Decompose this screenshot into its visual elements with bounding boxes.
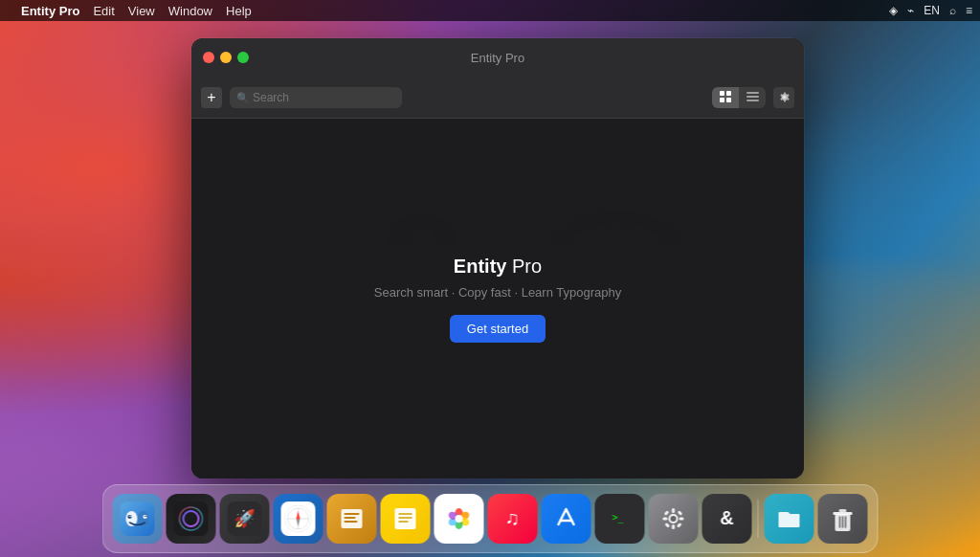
window-maximize-button[interactable] (237, 52, 249, 63)
menubar-icon-wifi[interactable]: ◈ (889, 4, 898, 17)
svg-rect-33 (345, 521, 358, 523)
dock-item-siri[interactable] (167, 494, 216, 544)
svg-rect-59 (679, 518, 684, 521)
menubar-view[interactable]: View (128, 4, 155, 18)
menubar-help[interactable]: Help (226, 4, 252, 18)
window-title: Entity Pro (471, 51, 524, 65)
welcome-title-rest: Pro (506, 256, 542, 277)
menubar-app-name[interactable]: Entity Pro (21, 4, 79, 18)
menubar-icon-controls[interactable]: ≡ (966, 4, 972, 17)
menubar-icon-language[interactable]: EN (924, 4, 940, 17)
dock-item-stamps[interactable] (327, 494, 377, 544)
menubar: Entity Pro Edit View Window Help ◈ ⌁ EN … (0, 0, 980, 21)
svg-rect-56 (672, 508, 675, 513)
svg-rect-35 (395, 508, 416, 529)
view-list-button[interactable] (739, 87, 766, 108)
svg-text:&: & (720, 507, 733, 528)
svg-rect-2 (720, 98, 724, 102)
svg-rect-5 (746, 96, 759, 98)
svg-rect-32 (345, 517, 356, 519)
dock-item-safari[interactable] (274, 494, 323, 544)
dock-item-finder[interactable] (113, 494, 163, 544)
svg-rect-58 (663, 518, 668, 521)
svg-text:>_: >_ (612, 512, 625, 524)
get-started-button[interactable]: Get started (450, 315, 546, 343)
dock-item-photos[interactable] (434, 494, 484, 544)
svg-rect-4 (746, 92, 759, 94)
menubar-window[interactable]: Window (168, 4, 212, 18)
window-toolbar: + 🔍 (191, 77, 804, 119)
dock-item-trash[interactable] (818, 494, 868, 544)
add-button[interactable]: + (201, 87, 222, 108)
window-controls (203, 52, 249, 63)
app-window: Entity Pro + 🔍 (191, 38, 804, 479)
view-grid-button[interactable] (712, 87, 739, 108)
settings-button[interactable] (773, 87, 794, 108)
dock-separator (758, 500, 759, 538)
dock-item-folder[interactable] (765, 494, 814, 544)
window-titlebar: Entity Pro (191, 38, 804, 77)
dock-item-terminal[interactable]: >_ (595, 494, 645, 544)
dock-item-entity-pro[interactable]: & (702, 494, 752, 544)
svg-rect-69 (834, 512, 853, 515)
svg-rect-0 (720, 91, 724, 96)
menubar-icon-search[interactable]: ⌕ (949, 4, 956, 17)
svg-point-15 (145, 516, 146, 518)
dock-item-appstore[interactable] (542, 494, 591, 544)
svg-text:♫: ♫ (505, 507, 520, 528)
svg-text:🚀: 🚀 (234, 508, 256, 529)
window-close-button[interactable] (203, 52, 214, 63)
dock-item-system-preferences[interactable] (649, 494, 699, 544)
view-toggle (712, 87, 766, 108)
welcome-title: Entity Pro (454, 256, 542, 278)
dock-item-notes[interactable] (381, 494, 431, 544)
svg-rect-3 (726, 98, 731, 102)
window-content: & @ Entity Pro Search smart · Copy fast … (191, 119, 804, 479)
svg-rect-1 (726, 91, 731, 96)
svg-rect-49 (549, 501, 584, 536)
welcome-section: Entity Pro Search smart · Copy fast · Le… (374, 256, 621, 343)
dock-item-launchpad[interactable]: 🚀 (220, 494, 270, 544)
svg-rect-57 (672, 524, 675, 529)
svg-point-14 (129, 516, 131, 518)
window-minimize-button[interactable] (220, 52, 232, 63)
search-wrapper: 🔍 (230, 87, 402, 108)
svg-point-46 (456, 515, 463, 523)
svg-point-55 (671, 516, 677, 522)
welcome-title-bold: Entity (454, 256, 507, 277)
menubar-icon-battery[interactable]: ⌁ (907, 4, 914, 17)
menubar-edit[interactable]: Edit (93, 4, 114, 18)
svg-rect-31 (345, 513, 360, 515)
search-input[interactable] (230, 87, 402, 108)
dock-item-music[interactable]: ♫ (488, 494, 538, 544)
svg-rect-6 (746, 100, 759, 101)
welcome-subtitle: Search smart · Copy fast · Learn Typogra… (374, 285, 621, 300)
dock: 🚀 (102, 484, 879, 553)
svg-rect-70 (839, 509, 847, 512)
